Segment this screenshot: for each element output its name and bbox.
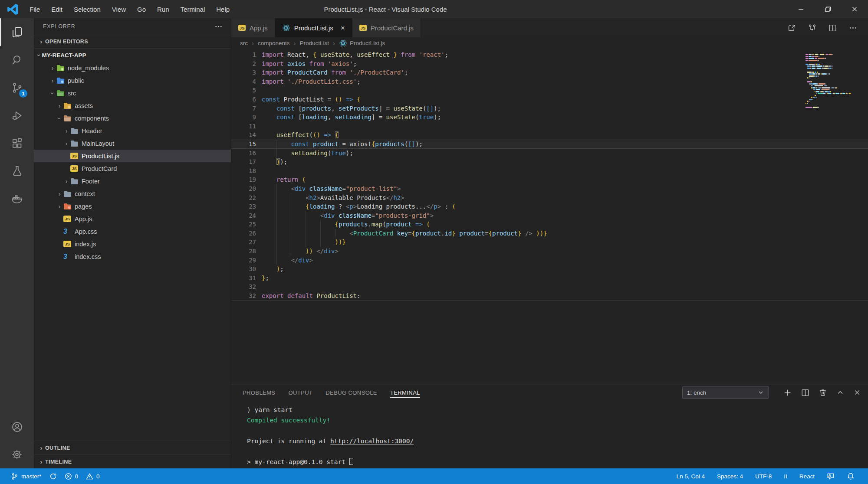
tree-item-pages[interactable]: ›pages bbox=[34, 200, 231, 213]
restore-button[interactable] bbox=[814, 0, 841, 18]
tab-productlist-js[interactable]: ProductList.js× bbox=[275, 18, 352, 37]
window-controls bbox=[787, 0, 868, 18]
more-actions-icon[interactable] bbox=[848, 23, 858, 33]
terminal-link[interactable]: http://localhost:3000/ bbox=[330, 438, 414, 445]
activity-explorer[interactable] bbox=[0, 18, 34, 46]
tree-item-components[interactable]: ›components bbox=[34, 112, 231, 124]
split-terminal-icon[interactable] bbox=[801, 388, 810, 397]
activity-extensions[interactable] bbox=[0, 129, 34, 157]
menu-bar: FileEditSelectionViewGoRunTerminalHelp bbox=[24, 6, 235, 13]
js-file-icon: JS bbox=[359, 25, 367, 31]
status-errors[interactable]: 0 bbox=[61, 473, 82, 480]
tab-label: App.js bbox=[250, 24, 268, 32]
status-sync[interactable] bbox=[46, 473, 61, 480]
folder-icon bbox=[63, 190, 72, 197]
code-line: 14 useEffect(() => { bbox=[231, 131, 868, 140]
minimize-button[interactable] bbox=[787, 0, 814, 18]
code-line: 1import React, { useState, useEffect } f… bbox=[231, 50, 868, 59]
panel-tab-terminal[interactable]: TERMINAL bbox=[390, 384, 420, 401]
menu-edit[interactable]: Edit bbox=[46, 6, 68, 13]
compare-changes-icon[interactable] bbox=[808, 23, 817, 33]
breadcrumb-item[interactable]: ProductList bbox=[300, 40, 329, 46]
minimap[interactable] bbox=[806, 54, 861, 108]
tree-item-app-css[interactable]: 3App.css bbox=[34, 225, 231, 238]
status-left: master*00 bbox=[7, 473, 104, 480]
maximize-panel-icon[interactable] bbox=[836, 388, 845, 397]
more-actions-icon[interactable] bbox=[211, 22, 226, 31]
tab-close-icon[interactable]: × bbox=[341, 24, 345, 32]
status-language-mode[interactable]: React bbox=[796, 473, 819, 480]
tree-item-header[interactable]: ›Header bbox=[34, 124, 231, 137]
activity-settings[interactable] bbox=[0, 441, 34, 468]
timeline-section[interactable]: › TIMELINE bbox=[34, 455, 231, 468]
outline-section[interactable]: › OUTLINE bbox=[34, 441, 231, 455]
status-warnings[interactable]: 0 bbox=[82, 473, 104, 480]
breadcrumb-item[interactable]: src bbox=[240, 40, 248, 46]
code-line: 30 ); bbox=[231, 265, 868, 274]
menu-help[interactable]: Help bbox=[210, 6, 235, 13]
tree-item-public[interactable]: ›public bbox=[34, 74, 231, 87]
menu-selection[interactable]: Selection bbox=[68, 6, 106, 13]
tree-item-src[interactable]: ›src bbox=[34, 87, 231, 99]
activity-accounts[interactable] bbox=[0, 413, 34, 441]
close-panel-icon[interactable] bbox=[853, 389, 861, 396]
status-notifications[interactable] bbox=[843, 472, 858, 480]
line-number: 31 bbox=[231, 274, 256, 283]
tree-item-index-css[interactable]: 3index.css bbox=[34, 250, 231, 263]
terminal[interactable]: ⟩ yarn startCompiled successfully! Proje… bbox=[231, 401, 868, 468]
tree-item-label: context bbox=[75, 190, 95, 197]
panel-tab-debug-console[interactable]: DEBUG CONSOLE bbox=[326, 384, 377, 401]
activity-testing[interactable] bbox=[0, 157, 34, 185]
activity-docker[interactable] bbox=[0, 185, 34, 213]
tree-item-label: App.js bbox=[75, 216, 92, 222]
chevron-down-icon: › bbox=[36, 54, 43, 56]
tree-item-index-js[interactable]: JSindex.js bbox=[34, 238, 231, 250]
menu-terminal[interactable]: Terminal bbox=[175, 6, 211, 13]
kill-terminal-icon[interactable] bbox=[819, 388, 827, 397]
tree-item-footer[interactable]: ›Footer bbox=[34, 175, 231, 187]
tree-item-assets[interactable]: ›assets bbox=[34, 99, 231, 112]
menu-go[interactable]: Go bbox=[132, 6, 151, 13]
workspace-root[interactable]: › MY-REACT-APP bbox=[34, 49, 231, 62]
open-editors-section[interactable]: › OPEN EDITORS bbox=[34, 35, 231, 49]
status-eol[interactable]: II bbox=[780, 473, 791, 480]
code-line: 19 return ( bbox=[231, 175, 868, 184]
terminal-select[interactable]: 1: ench bbox=[682, 386, 769, 399]
breadcrumb-item[interactable]: components bbox=[258, 40, 290, 46]
new-terminal-icon[interactable] bbox=[783, 388, 792, 397]
activity-run-debug[interactable] bbox=[0, 101, 34, 129]
react-icon bbox=[339, 39, 347, 47]
status-right: Ln 5, Col 4Spaces: 4UTF-8IIReact bbox=[673, 472, 858, 480]
code-line: 4import './ProductList.css'; bbox=[231, 77, 868, 86]
split-editor-icon[interactable] bbox=[828, 23, 837, 33]
menu-view[interactable]: View bbox=[106, 6, 132, 13]
activity-bar: 1 bbox=[0, 18, 34, 468]
menu-file[interactable]: File bbox=[24, 6, 46, 13]
tree-item-context[interactable]: ›context bbox=[34, 187, 231, 200]
panel-tab-problems[interactable]: PROBLEMS bbox=[243, 384, 275, 401]
react-icon bbox=[282, 24, 290, 32]
tree-item-productlist-js[interactable]: JSProductList.js bbox=[34, 150, 231, 162]
code-editor[interactable]: 1import React, { useState, useEffect } f… bbox=[231, 49, 868, 384]
tree-item-productcard[interactable]: JSProductCard bbox=[34, 162, 231, 175]
close-button[interactable] bbox=[841, 0, 868, 18]
menu-run[interactable]: Run bbox=[151, 6, 175, 13]
status-cursor-position[interactable]: Ln 5, Col 4 bbox=[673, 473, 709, 480]
open-preview-icon[interactable] bbox=[787, 23, 796, 33]
tab-app-js[interactable]: JSApp.js bbox=[231, 18, 275, 37]
tree-item-app-js[interactable]: JSApp.js bbox=[34, 213, 231, 225]
status-git-branch[interactable]: master* bbox=[7, 473, 46, 480]
tree-item-label: public bbox=[68, 77, 84, 84]
tree-item-mainlayout[interactable]: ›MainLayout bbox=[34, 137, 231, 150]
tab-productcard-js[interactable]: JSProductCard.js bbox=[352, 18, 421, 37]
tree-item-node-modules[interactable]: ›node_modules bbox=[34, 62, 231, 74]
editor-actions bbox=[787, 18, 868, 37]
panel-tab-output[interactable]: OUTPUT bbox=[288, 384, 312, 401]
status-indentation[interactable]: Spaces: 4 bbox=[713, 473, 747, 480]
breadcrumb-item[interactable]: ProductList.js bbox=[339, 39, 385, 47]
status-encoding[interactable]: UTF-8 bbox=[751, 473, 776, 480]
status-feedback[interactable] bbox=[823, 472, 838, 480]
line-number: 19 bbox=[231, 175, 256, 184]
activity-search[interactable] bbox=[0, 46, 34, 74]
activity-source-control[interactable]: 1 bbox=[0, 74, 34, 101]
